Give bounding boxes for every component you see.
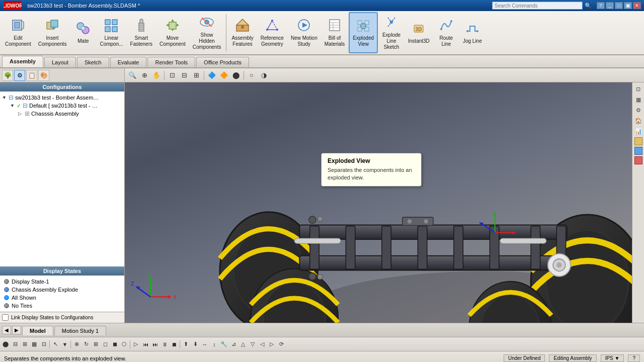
rs-home-button[interactable]: 🏠 bbox=[634, 116, 643, 125]
vp-zoom-fit-button[interactable]: ⊕ bbox=[139, 70, 150, 81]
vp-view-heads-button[interactable]: ⊞ bbox=[191, 70, 202, 81]
bt-btn-f[interactable]: ⬡ bbox=[120, 339, 129, 349]
exploded-view-button[interactable]: ExplodedView bbox=[349, 12, 378, 53]
display-state-all-shown[interactable]: All Shown bbox=[2, 294, 122, 302]
vp-section-view-button[interactable]: ⊟ bbox=[179, 70, 190, 81]
bt-btn-k[interactable]: ⏹ bbox=[170, 339, 179, 349]
bt-button-5[interactable]: ⊡ bbox=[39, 339, 48, 349]
panel-icon-config[interactable]: ⚙ bbox=[14, 70, 25, 81]
route-line-button[interactable]: RouteLine bbox=[434, 12, 459, 53]
bt-btn-v[interactable]: ⟳ bbox=[277, 339, 286, 349]
tree-item-chassis[interactable]: ▷ ⊞ Chasssis Assembly bbox=[2, 110, 122, 118]
display-state-chassis-explode[interactable]: Chassis Assembly Explode bbox=[2, 286, 122, 294]
search-input[interactable] bbox=[492, 2, 583, 10]
search-icon[interactable]: 🔍 bbox=[585, 3, 592, 9]
bt-btn-j[interactable]: ⏸ bbox=[160, 339, 169, 349]
status-help-button[interactable]: ? bbox=[628, 354, 640, 362]
vp-zoom-in-button[interactable]: 🔍 bbox=[127, 70, 138, 81]
bt-btn-h[interactable]: ⏮ bbox=[141, 339, 150, 349]
display-state-1[interactable]: Display State-1 bbox=[2, 278, 122, 286]
bt-btn-d[interactable]: ◻ bbox=[101, 339, 110, 349]
bt-select-button[interactable]: ↖ bbox=[51, 339, 60, 349]
bt-button-4[interactable]: ▦ bbox=[30, 339, 39, 349]
prev-tab-button[interactable]: ◀ bbox=[2, 326, 11, 334]
bt-select-arrow[interactable]: ▼ bbox=[60, 339, 69, 349]
edit-component-button[interactable]: EditComponent bbox=[2, 12, 34, 53]
rs-color-button-1[interactable] bbox=[634, 137, 642, 145]
bt-btn-g[interactable]: ▷ bbox=[131, 339, 140, 349]
bt-button-2[interactable]: ⊟ bbox=[11, 339, 20, 349]
linear-component-button[interactable]: LinearCompon... bbox=[97, 12, 126, 53]
bt-btn-l[interactable]: ⬆ bbox=[181, 339, 190, 349]
assembly-features-button[interactable]: AssemblyFeatures bbox=[228, 12, 256, 53]
vp-render-button[interactable]: 🔶 bbox=[218, 70, 229, 81]
panel-icon-tree[interactable]: 🌳 bbox=[2, 70, 13, 81]
tab-layout[interactable]: Layout bbox=[44, 57, 76, 67]
bt-btn-o[interactable]: ↕ bbox=[210, 339, 219, 349]
insert-components-button[interactable]: InsertComponents bbox=[35, 12, 70, 53]
rs-view-button-1[interactable]: ⊡ bbox=[634, 84, 643, 94]
bill-of-materials-button[interactable]: Bill ofMaterials bbox=[321, 12, 348, 53]
bottom-tab-model[interactable]: Model bbox=[22, 326, 53, 335]
restore-button[interactable]: □ bbox=[615, 2, 623, 9]
status-units[interactable]: IPS ▼ bbox=[601, 354, 624, 362]
svg-point-14 bbox=[81, 26, 85, 30]
bt-btn-q[interactable]: ⊿ bbox=[229, 339, 238, 349]
rs-settings-button[interactable]: ⚙ bbox=[634, 106, 643, 115]
smart-fasteners-button[interactable]: SmartFasteners bbox=[127, 12, 155, 53]
help-button[interactable]: ? bbox=[597, 2, 605, 9]
vp-shaded-button[interactable]: 🔷 bbox=[206, 70, 217, 81]
vp-view-orient-button[interactable]: ⊡ bbox=[167, 70, 178, 81]
bt-btn-t[interactable]: ◁ bbox=[258, 339, 267, 349]
bt-button-3[interactable]: ⊞ bbox=[20, 339, 29, 349]
bt-btn-r[interactable]: △ bbox=[238, 339, 248, 349]
next-tab-button[interactable]: ▶ bbox=[12, 326, 21, 334]
rs-color-button-2[interactable] bbox=[634, 147, 642, 155]
link-checkbox-input[interactable] bbox=[2, 314, 9, 321]
rs-view-button-2[interactable]: ▦ bbox=[634, 95, 643, 104]
display-state-no-tires[interactable]: No Tires bbox=[2, 302, 122, 310]
tab-sketch[interactable]: Sketch bbox=[77, 57, 109, 67]
tab-evaluate[interactable]: Evaluate bbox=[110, 57, 147, 67]
svg-rect-75 bbox=[346, 226, 355, 269]
move-component-button[interactable]: MoveComponent bbox=[156, 12, 189, 53]
vp-pan-button[interactable]: ✋ bbox=[151, 70, 162, 81]
new-motion-study-button[interactable]: New MotionStudy bbox=[288, 12, 320, 53]
bt-btn-i[interactable]: ⏭ bbox=[150, 339, 159, 349]
rs-color-button-3[interactable] bbox=[634, 156, 642, 164]
panel-icon-properties[interactable]: 📋 bbox=[26, 70, 37, 81]
reference-geometry-button[interactable]: ReferenceGeometry bbox=[258, 12, 287, 53]
show-hidden-button[interactable]: ShowHiddenComponents bbox=[190, 12, 224, 53]
vp-ambient-occlusion-button[interactable]: ○ bbox=[246, 70, 257, 81]
bt-btn-c[interactable]: ⊞ bbox=[91, 339, 100, 349]
panel-icon-display[interactable]: 🎨 bbox=[38, 70, 49, 81]
viewport[interactable]: 🔍 ⊕ ✋ ⊡ ⊟ ⊞ 🔷 🔶 ⬤ ○ ◑ bbox=[125, 68, 644, 323]
maximize-button[interactable]: ▣ bbox=[624, 2, 632, 9]
mate-button[interactable]: Mate bbox=[70, 12, 96, 53]
tab-office-products[interactable]: Office Products bbox=[196, 57, 249, 67]
tab-assembly[interactable]: Assembly bbox=[2, 56, 43, 67]
svg-marker-26 bbox=[171, 29, 174, 31]
minimize-button[interactable]: _ bbox=[606, 2, 614, 9]
bt-btn-e[interactable]: ◼ bbox=[110, 339, 119, 349]
tree-item-default[interactable]: ▼ ✓ ⊟ Default [ sw2013b3 test - Bom... bbox=[2, 102, 122, 110]
vp-realview-button[interactable]: ⬤ bbox=[230, 70, 242, 81]
instant3d-button[interactable]: 3D Instant3D bbox=[405, 12, 433, 53]
bottom-tab-motion-study[interactable]: Motion Study 1 bbox=[54, 326, 106, 335]
jog-line-button[interactable]: Jog Line bbox=[460, 12, 485, 53]
bt-btn-s[interactable]: ▽ bbox=[248, 339, 257, 349]
bt-btn-u[interactable]: ▷ bbox=[267, 339, 276, 349]
vp-shadows-button[interactable]: ◑ bbox=[258, 70, 269, 81]
bt-button-1[interactable]: ⬤ bbox=[1, 339, 10, 349]
link-checkbox-label[interactable]: Link Display States to Configurations bbox=[11, 315, 93, 320]
tab-render-tools[interactable]: Render Tools bbox=[147, 57, 195, 67]
bt-btn-a[interactable]: ⊕ bbox=[72, 339, 81, 349]
bt-btn-p[interactable]: 🔧 bbox=[219, 339, 228, 349]
bt-btn-b[interactable]: ↻ bbox=[82, 339, 91, 349]
tree-item-root[interactable]: ▼ ⊟ sw2013b3 test - Bomber Assembly C... bbox=[2, 94, 122, 102]
bt-btn-n[interactable]: ↔ bbox=[200, 339, 209, 349]
bt-btn-m[interactable]: ⬇ bbox=[191, 339, 200, 349]
close-button[interactable]: ✕ bbox=[633, 2, 641, 9]
explode-line-sketch-button[interactable]: ExplodeLineSketch bbox=[379, 12, 404, 53]
rs-stats-button[interactable]: 📊 bbox=[634, 127, 643, 136]
